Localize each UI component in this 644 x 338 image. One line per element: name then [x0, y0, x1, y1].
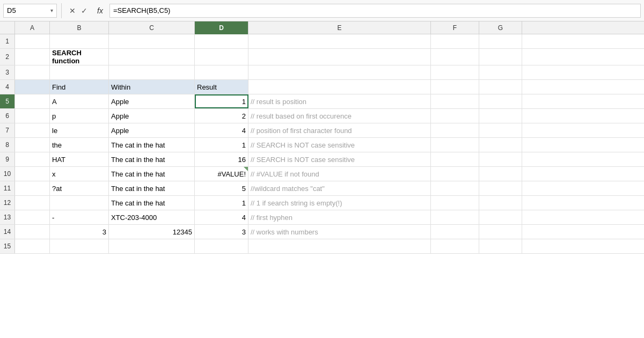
- cell-a5[interactable]: [15, 94, 50, 108]
- cell-f15[interactable]: [431, 239, 479, 253]
- cell-g14[interactable]: [479, 225, 522, 239]
- cell-b9[interactable]: HAT: [50, 152, 109, 166]
- cell-c3[interactable]: [109, 65, 195, 79]
- cell-a11[interactable]: [15, 181, 50, 195]
- cell-d7[interactable]: 4: [195, 123, 248, 137]
- cell-e2[interactable]: [248, 49, 431, 65]
- cell-g5[interactable]: [479, 94, 522, 108]
- cell-d3[interactable]: [195, 65, 248, 79]
- cell-b4-find[interactable]: Find: [50, 80, 109, 94]
- cell-c15[interactable]: [109, 239, 195, 253]
- cell-g13[interactable]: [479, 210, 522, 224]
- cell-g11[interactable]: [479, 181, 522, 195]
- cell-g3[interactable]: [479, 65, 522, 79]
- cell-c1[interactable]: [109, 34, 195, 48]
- cell-e10[interactable]: // #VALUE if not found: [248, 167, 431, 181]
- cell-b10[interactable]: x: [50, 167, 109, 181]
- cell-a12[interactable]: [15, 196, 50, 210]
- cell-b6[interactable]: p: [50, 109, 109, 123]
- cell-c10[interactable]: The cat in the hat: [109, 167, 195, 181]
- cell-g2[interactable]: [479, 49, 522, 65]
- cell-a15[interactable]: [15, 239, 50, 253]
- cell-a8[interactable]: [15, 138, 50, 152]
- cell-f11[interactable]: [431, 181, 479, 195]
- confirm-icon[interactable]: ✓: [81, 6, 87, 15]
- cell-e14[interactable]: // works with numbers: [248, 225, 431, 239]
- cell-a3[interactable]: [15, 65, 50, 79]
- cell-a6[interactable]: [15, 109, 50, 123]
- cell-g9[interactable]: [479, 152, 522, 166]
- cell-b14[interactable]: 3: [50, 225, 109, 239]
- cell-d4-result[interactable]: Result: [195, 80, 248, 94]
- cell-d8[interactable]: 1: [195, 138, 248, 152]
- cell-d9[interactable]: 16: [195, 152, 248, 166]
- cell-f2[interactable]: [431, 49, 479, 65]
- cell-d15[interactable]: [195, 239, 248, 253]
- cell-a10[interactable]: [15, 167, 50, 181]
- cell-f4[interactable]: [431, 80, 479, 94]
- cell-b7[interactable]: le: [50, 123, 109, 137]
- cell-e5[interactable]: // result is position: [248, 94, 431, 108]
- cell-f12[interactable]: [431, 196, 479, 210]
- cell-g1[interactable]: [479, 34, 522, 48]
- cell-reference-box[interactable]: D5 ▾: [3, 4, 57, 18]
- cell-a2[interactable]: [15, 49, 50, 65]
- cell-f14[interactable]: [431, 225, 479, 239]
- cell-g15[interactable]: [479, 239, 522, 253]
- cell-a13[interactable]: [15, 210, 50, 224]
- cell-f3[interactable]: [431, 65, 479, 79]
- cell-d6[interactable]: 2: [195, 109, 248, 123]
- cell-c8[interactable]: The cat in the hat: [109, 138, 195, 152]
- cell-g6[interactable]: [479, 109, 522, 123]
- cell-d12[interactable]: 1: [195, 196, 248, 210]
- cell-b15[interactable]: [50, 239, 109, 253]
- formula-input[interactable]: [109, 4, 641, 18]
- cell-d14[interactable]: 3: [195, 225, 248, 239]
- cell-g12[interactable]: [479, 196, 522, 210]
- cell-e3[interactable]: [248, 65, 431, 79]
- cell-b3[interactable]: [50, 65, 109, 79]
- cell-a4[interactable]: [15, 80, 50, 94]
- cell-g7[interactable]: [479, 123, 522, 137]
- col-header-e[interactable]: E: [248, 21, 431, 34]
- cell-e6[interactable]: // result based on first occurence: [248, 109, 431, 123]
- cell-g8[interactable]: [479, 138, 522, 152]
- cell-ref-dropdown-icon[interactable]: ▾: [50, 8, 53, 13]
- cell-a9[interactable]: [15, 152, 50, 166]
- cell-f13[interactable]: [431, 210, 479, 224]
- cell-d2[interactable]: [195, 49, 248, 65]
- cell-f5[interactable]: [431, 94, 479, 108]
- cell-e1[interactable]: [248, 34, 431, 48]
- cell-b13[interactable]: -: [50, 210, 109, 224]
- col-header-c[interactable]: C: [109, 21, 195, 34]
- cell-d5-active[interactable]: 1: [195, 94, 248, 108]
- cell-b1[interactable]: [50, 34, 109, 48]
- cell-b2[interactable]: SEARCH function: [50, 49, 109, 65]
- cell-e4[interactable]: [248, 80, 431, 94]
- cell-c5[interactable]: Apple: [109, 94, 195, 108]
- cell-c12[interactable]: The cat in the hat: [109, 196, 195, 210]
- cell-d10[interactable]: #VALUE!: [195, 167, 248, 181]
- cell-c7[interactable]: Apple: [109, 123, 195, 137]
- cell-b8[interactable]: the: [50, 138, 109, 152]
- cell-d1[interactable]: [195, 34, 248, 48]
- cell-f1[interactable]: [431, 34, 479, 48]
- cell-g10[interactable]: [479, 167, 522, 181]
- cell-e12[interactable]: // 1 if search string is empty(!): [248, 196, 431, 210]
- col-header-g[interactable]: G: [479, 21, 522, 34]
- cell-c13[interactable]: XTC-203-4000: [109, 210, 195, 224]
- cell-e11[interactable]: //wildcard matches "cat": [248, 181, 431, 195]
- col-header-f[interactable]: F: [431, 21, 479, 34]
- cell-g4[interactable]: [479, 80, 522, 94]
- cell-e7[interactable]: // position of first character found: [248, 123, 431, 137]
- cell-c6[interactable]: Apple: [109, 109, 195, 123]
- cell-b12[interactable]: [50, 196, 109, 210]
- cell-d11[interactable]: 5: [195, 181, 248, 195]
- cell-e9[interactable]: // SEARCH is NOT case sensitive: [248, 152, 431, 166]
- col-header-b[interactable]: B: [50, 21, 109, 34]
- cell-a14[interactable]: [15, 225, 50, 239]
- cell-c9[interactable]: The cat in the hat: [109, 152, 195, 166]
- cell-b5[interactable]: A: [50, 94, 109, 108]
- cell-f6[interactable]: [431, 109, 479, 123]
- col-header-a[interactable]: A: [15, 21, 50, 34]
